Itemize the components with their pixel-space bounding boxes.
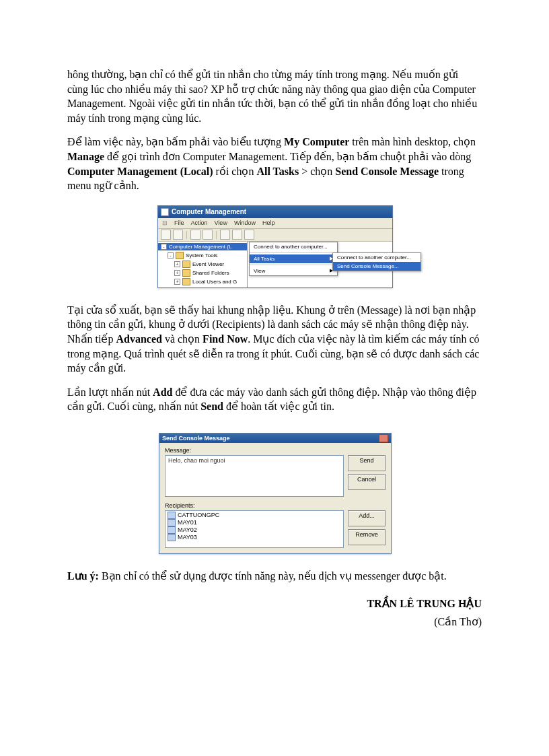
expand-icon[interactable]: - [161, 244, 167, 250]
ctx-connect[interactable]: Connect to another computer... [250, 242, 337, 251]
text: Bạn chỉ có thể sử dụng được tính năng nà… [99, 570, 447, 582]
text: rồi chọn [213, 166, 257, 177]
text: để gọi trình đơn Computer Management. Ti… [104, 151, 471, 162]
ctx2-send-message[interactable]: Send Console Message... [333, 262, 420, 271]
send-button[interactable]: Send [348, 455, 386, 471]
text: trên màn hình desktop, chọn [349, 136, 476, 147]
recipients-label: Recipients: [165, 502, 386, 509]
list-item[interactable]: MAY03 [167, 534, 342, 541]
bold: Add [153, 386, 172, 398]
bold: Lưu ý: [67, 570, 99, 582]
author-name: TRẦN LÊ TRUNG HẬU [67, 597, 482, 610]
toolbar [158, 229, 392, 242]
list-item[interactable]: MAY02 [167, 526, 342, 534]
bold: My Computer [284, 136, 349, 147]
titlebar: Computer Management [158, 206, 392, 218]
text: và chọn [162, 333, 203, 345]
text: > chọn [299, 166, 335, 177]
ctx-view[interactable]: View▶ [250, 267, 337, 275]
bold: Manage [67, 151, 104, 162]
menu-window[interactable]: Window [234, 219, 256, 226]
toolbar-icon[interactable] [203, 230, 213, 240]
expand-icon[interactable]: + [174, 270, 180, 276]
tree-label: Computer Management (L [169, 244, 231, 250]
paragraph-4: Lần lượt nhấn nút Add để đưa các máy vào… [67, 385, 482, 414]
ctx2-connect[interactable]: Connect to another computer... [333, 253, 420, 262]
menu-file[interactable]: File [174, 219, 184, 226]
tree-label: Event Viewer [192, 261, 224, 267]
window-controls [379, 434, 388, 442]
tree-item-event-viewer[interactable]: + Event Viewer [158, 260, 247, 269]
list-item[interactable]: MAY01 [167, 519, 342, 526]
expand-icon[interactable]: + [174, 261, 180, 267]
folder-icon [182, 269, 190, 277]
bold: Send [200, 401, 223, 412]
paragraph-2: Để làm việc này, bạn bấm phải vào biểu t… [67, 135, 482, 193]
screenshot-computer-management: Computer Management ⊟ File Action View W… [157, 205, 392, 288]
folder-icon [182, 261, 190, 268]
menu-help[interactable]: Help [262, 219, 275, 226]
tree-view[interactable]: - Computer Management (L - System Tools … [158, 242, 248, 287]
bold: All Tasks [256, 166, 299, 177]
menu-view[interactable]: View [215, 219, 227, 226]
message-value: Helo, chao moi nguoi [168, 457, 225, 464]
app-icon [161, 208, 169, 216]
text: hông thường, bạn chỉ có thể gửi tin nhắn… [67, 69, 477, 124]
screenshot-send-console-message: Send Console Message Message: Helo, chao… [159, 433, 390, 554]
tree-label: Shared Folders [192, 270, 229, 276]
folder-icon [176, 252, 184, 259]
window-body: - Computer Management (L - System Tools … [158, 242, 392, 287]
window-computer-management: Computer Management ⊟ File Action View W… [157, 205, 393, 288]
context-menu-1[interactable]: Connect to another computer... All Tasks… [249, 242, 338, 276]
toolbar-icon[interactable] [220, 230, 230, 240]
menu-action[interactable]: Action [191, 219, 208, 226]
expand-icon[interactable]: - [168, 252, 174, 259]
folder-icon [182, 278, 190, 285]
remove-button[interactable]: Remove [348, 529, 386, 545]
toolbar-icon[interactable] [232, 230, 242, 240]
list-item[interactable]: CATTUONGPC [167, 512, 342, 519]
close-icon[interactable] [379, 434, 388, 442]
computer-icon [168, 519, 176, 526]
menubar[interactable]: ⊟ File Action View Window Help [158, 218, 392, 229]
titlebar: Send Console Message [159, 434, 391, 443]
paragraph-5: Lưu ý: Bạn chỉ có thể sử dụng được tính … [67, 569, 482, 584]
recipients-listbox[interactable]: CATTUONGPC MAY01 MAY02 MAY03 [165, 510, 344, 548]
separator [250, 265, 337, 265]
add-button[interactable]: Add... [348, 510, 386, 526]
ctx-all-tasks[interactable]: All Tasks▶ [250, 254, 337, 263]
paragraph-1: hông thường, bạn chỉ có thể gửi tin nhắn… [67, 67, 482, 125]
window-title: Send Console Message [162, 435, 230, 442]
bold: Find Now [203, 333, 248, 345]
tree-label: Local Users and G [192, 279, 237, 285]
toolbar-icon[interactable] [190, 230, 200, 240]
toolbar-forward-icon[interactable] [173, 230, 183, 240]
context-area: Connect to another computer... All Tasks… [248, 242, 392, 287]
tree-label: System Tools [186, 252, 217, 259]
message-textbox[interactable]: Helo, chao moi nguoi [165, 455, 344, 497]
paragraph-3: Tại cửa sổ xuất, bạn sẽ thấy hai khung n… [67, 303, 482, 376]
cancel-button[interactable]: Cancel [348, 474, 386, 490]
context-menu-2[interactable]: Connect to another computer... Send Cons… [332, 252, 421, 271]
tree-item-system-tools[interactable]: - System Tools [158, 251, 247, 260]
text: Lần lượt nhấn nút [67, 386, 153, 398]
author-location: (Cần Thơ) [67, 615, 482, 628]
bold: Send Console Message [335, 166, 439, 177]
computer-icon [168, 512, 176, 519]
toolbar-back-icon[interactable] [161, 230, 171, 240]
bold: Computer Management (Local) [67, 166, 213, 177]
message-label: Message: [165, 447, 386, 454]
tree-item-local-users[interactable]: + Local Users and G [158, 277, 247, 286]
expand-icon[interactable]: + [174, 279, 180, 285]
window-title: Computer Management [172, 208, 246, 215]
tree-item-shared-folders[interactable]: + Shared Folders [158, 269, 247, 277]
dialog-body: Message: Helo, chao moi nguoi Send Cance… [159, 443, 391, 553]
computer-icon [168, 526, 176, 534]
tree-root-selected[interactable]: - Computer Management (L [158, 243, 247, 250]
text: Để làm việc này, bạn bấm phải vào biểu t… [67, 136, 284, 147]
bold: Advanced [116, 333, 161, 345]
menu-icon: ⊟ [162, 219, 168, 226]
toolbar-icon[interactable] [244, 230, 254, 240]
text: để hoàn tất việc gửi tin. [223, 401, 334, 412]
separator [250, 252, 337, 253]
